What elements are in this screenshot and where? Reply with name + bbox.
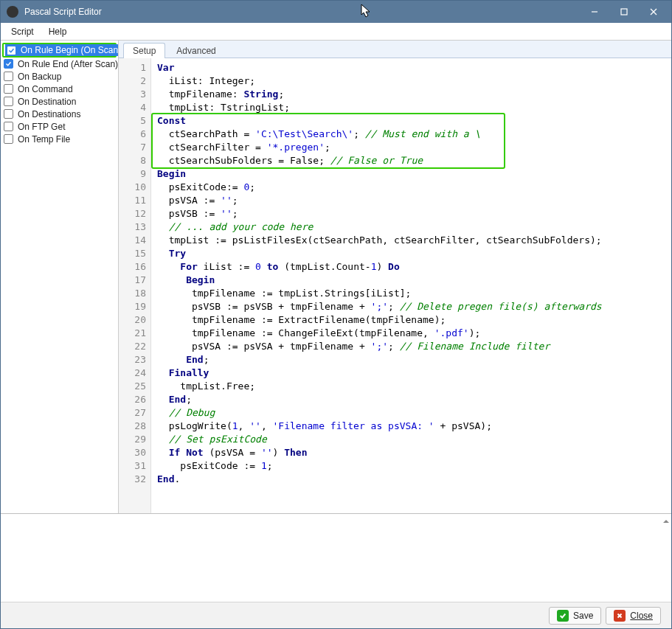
sidebar-item-label: On Destination (18, 97, 76, 107)
checkbox[interactable] (7, 46, 16, 55)
check-icon (557, 610, 569, 622)
code-line[interactable]: Try (157, 247, 665, 260)
code-line[interactable]: psExitCode := 1; (157, 459, 665, 473)
code-line[interactable]: ctSearchSubFolders = False; // False or … (157, 154, 665, 167)
close-label: Close (630, 611, 653, 621)
sidebar-item[interactable]: On FTP Get (1, 120, 118, 133)
sidebar-item[interactable]: On Destination (1, 95, 118, 108)
code-line[interactable]: For iList := 0 to (tmpList.Count-1) Do (157, 260, 665, 274)
code-line[interactable]: End; (157, 353, 665, 366)
sidebar-item-label: On Command (18, 84, 73, 94)
close-button[interactable]: Close (606, 607, 661, 625)
code-line[interactable]: Begin (157, 274, 665, 287)
svg-rect-1 (621, 9, 627, 15)
titlebar[interactable]: Pascal Script Editor (1, 1, 671, 23)
code-line[interactable]: psVSB := psVSB + tmpFilename + ';'; // D… (157, 300, 665, 313)
code-editor[interactable]: 1234567891011121314151617181920212223242… (119, 58, 671, 513)
code-line[interactable]: tmpList: TstringList; (157, 101, 665, 114)
app-icon (7, 6, 18, 18)
code-line[interactable]: tmpFilename := ExtractFilename(tmpFilena… (157, 313, 665, 327)
sidebar-item[interactable]: On Temp File (1, 133, 118, 145)
sidebar-item[interactable]: On Backup (1, 70, 118, 83)
save-button[interactable]: Save (549, 607, 601, 625)
sidebar-item-label: On Rule Begin (On Scan) (21, 45, 119, 55)
x-icon (614, 610, 626, 622)
code-line[interactable]: psLogWrite(1, '', 'Filename filter as ps… (157, 420, 665, 433)
code-line[interactable]: psExitCode:= 0; (157, 181, 665, 194)
sidebar-item-label: On FTP Get (18, 122, 65, 132)
checkbox[interactable] (4, 134, 13, 144)
output-panel[interactable] (1, 513, 671, 602)
close-window-button[interactable] (639, 1, 668, 22)
checkbox[interactable] (4, 84, 13, 94)
code-line[interactable]: psVSA := psVSA + tmpFilename + ';'; // F… (157, 340, 665, 353)
mouse-cursor-icon (360, 3, 372, 20)
line-gutter: 1234567891011121314151617181920212223242… (119, 58, 151, 513)
checkbox[interactable] (4, 97, 13, 106)
content-area: On Rule Begin (On Scan)On Rule End (Afte… (1, 41, 671, 513)
code-line[interactable]: tmpFilename: String; (157, 88, 665, 101)
tab[interactable]: Setup (123, 43, 165, 58)
code-line[interactable]: Finally (157, 366, 665, 380)
code-line[interactable]: End. (157, 473, 665, 486)
code-line[interactable]: // Set psExitCode (157, 433, 665, 446)
code-line[interactable]: Var (157, 61, 665, 74)
app-window: Pascal Script Editor Script Help On Rule… (0, 0, 672, 629)
sidebar-item-label: On Backup (18, 72, 61, 82)
maximize-button[interactable] (609, 1, 639, 22)
main-panel: SetupAdvanced 12345678910111213141516171… (119, 41, 671, 513)
menubar: Script Help (1, 23, 671, 41)
sidebar-item-label: On Rule End (After Scan) (18, 59, 118, 69)
code-text[interactable]: Var iList: Integer; tmpFilename: String;… (151, 58, 671, 489)
sidebar-item[interactable]: On Command (1, 83, 118, 95)
tabstrip: SetupAdvanced (119, 41, 671, 58)
code-line[interactable]: // ... add your code here (157, 220, 665, 234)
code-line[interactable]: ctSearchPath = 'C:\Test\Search\'; // Mus… (157, 128, 665, 141)
code-line[interactable]: iList: Integer; (157, 74, 665, 88)
code-line[interactable]: // Debug (157, 406, 665, 420)
code-line[interactable]: ctSearchFilter = '*.pregen'; (157, 141, 665, 154)
minimize-button[interactable] (580, 1, 609, 22)
scroll-up-icon[interactable] (662, 517, 670, 524)
code-line[interactable]: tmpList.Free; (157, 380, 665, 393)
menu-script[interactable]: Script (5, 25, 40, 38)
code-line[interactable]: tmpFilename := ChangeFileExt(tmpFilename… (157, 327, 665, 340)
sidebar-item[interactable]: On Rule Begin (On Scan) (2, 43, 117, 58)
menu-help[interactable]: Help (43, 25, 73, 38)
code-line[interactable]: psVSB := ''; (157, 207, 665, 220)
tab[interactable]: Advanced (167, 43, 225, 58)
save-label: Save (573, 611, 593, 621)
sidebar-item-label: On Temp File (18, 134, 70, 145)
event-sidebar: On Rule Begin (On Scan)On Rule End (Afte… (1, 41, 119, 513)
footer-bar: Save Close (1, 602, 671, 628)
code-line[interactable]: tmpFilename := tmpList.Strings[iList]; (157, 287, 665, 300)
checkbox[interactable] (4, 72, 13, 81)
code-line[interactable]: psVSA := ''; (157, 194, 665, 207)
code-line[interactable]: tmpList := psListFilesEx(ctSearchPath, c… (157, 234, 665, 247)
checkbox[interactable] (4, 122, 13, 131)
code-line[interactable]: If Not (psVSA = '') Then (157, 446, 665, 459)
sidebar-item[interactable]: On Destinations (1, 108, 118, 120)
window-title: Pascal Script Editor (24, 7, 102, 17)
code-line[interactable]: End; (157, 393, 665, 406)
sidebar-item-label: On Destinations (18, 109, 80, 119)
checkbox[interactable] (4, 59, 13, 69)
code-line[interactable]: Const (157, 114, 665, 128)
checkbox[interactable] (4, 109, 13, 119)
sidebar-item[interactable]: On Rule End (After Scan) (1, 58, 118, 70)
code-line[interactable]: Begin (157, 167, 665, 181)
